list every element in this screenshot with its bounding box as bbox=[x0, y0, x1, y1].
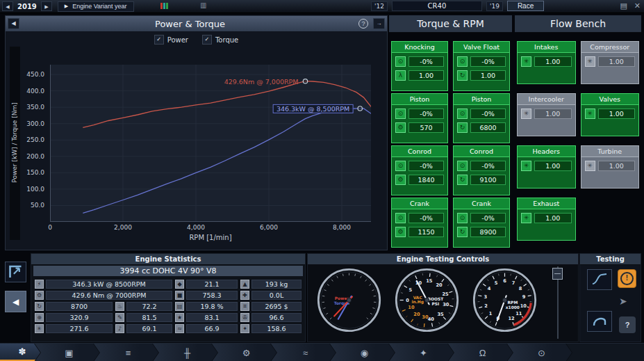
graph-button[interactable] bbox=[587, 269, 612, 290]
tab-exhaust[interactable]: Ω bbox=[448, 344, 513, 361]
card-row: ✳1.00 bbox=[521, 109, 572, 119]
forward-arrow-icon: → bbox=[377, 20, 382, 26]
card-value: 1.00 bbox=[534, 213, 572, 223]
power-peak-annotation: 346.3kW @ 8,500RPM bbox=[273, 104, 353, 113]
chart-title: Power & Torque bbox=[22, 19, 358, 29]
fan-icon: ✳ bbox=[585, 161, 595, 171]
torque-rpm-title: Torque & RPM bbox=[389, 15, 512, 33]
legend-torque: ✓ Torque bbox=[202, 35, 238, 45]
tab-dyno[interactable]: ⊙ bbox=[507, 344, 572, 361]
close-button[interactable]: ✕ bbox=[633, 1, 642, 11]
card-row: ✳1.00 bbox=[521, 213, 572, 223]
window-controls: ▤ ✕ bbox=[618, 1, 642, 11]
previous-graph-button[interactable]: ◀ bbox=[8, 18, 19, 29]
card-piston-2: Piston⊙-0%⚙570 bbox=[391, 93, 448, 143]
engine-variant-year-button[interactable]: ▶ Engine Variant year bbox=[58, 1, 134, 12]
tab-aspiration[interactable]: ◉ bbox=[330, 344, 395, 361]
card-title: Exhaust bbox=[518, 198, 575, 209]
card-row: ⊙-0% bbox=[457, 213, 506, 223]
next-step-button[interactable]: ➤ bbox=[619, 296, 627, 307]
tab-conrods[interactable]: ╫ bbox=[153, 344, 217, 361]
tab-head[interactable]: ⚙ bbox=[212, 344, 276, 361]
emissions-icon: ✳ bbox=[35, 324, 44, 333]
notes-button[interactable]: ▤ bbox=[618, 1, 628, 11]
stat-value: 96.6 bbox=[251, 313, 302, 322]
next-year-button[interactable]: ▶ bbox=[41, 1, 52, 11]
card-title: Intakes bbox=[518, 42, 575, 53]
card-title: Conrod bbox=[392, 146, 447, 157]
piston-icon: ▣ bbox=[65, 348, 73, 358]
stat-value: 2695 $ bbox=[251, 302, 302, 311]
tab-crankshaft[interactable]: ≡ bbox=[94, 344, 158, 361]
model-name-tab[interactable]: CR40 bbox=[392, 1, 482, 11]
power-checkbox[interactable]: ✓ bbox=[154, 35, 164, 45]
card-value: 1.00 bbox=[598, 161, 636, 171]
close-icon: ✕ bbox=[634, 1, 641, 10]
gauge-tick-label: 5 bbox=[495, 280, 498, 286]
next-graph-button[interactable]: → bbox=[373, 18, 385, 29]
arrow-right-icon: ➤ bbox=[619, 296, 627, 307]
card-row: ✳1.00 bbox=[521, 56, 572, 67]
smoothness-icon: ≈ bbox=[175, 324, 184, 333]
card-value: 570 bbox=[408, 122, 444, 133]
tab-valvetrain[interactable]: ≈ bbox=[271, 344, 336, 361]
chart-header: ◀ Power & Torque ? → bbox=[6, 16, 387, 31]
expand-view-button[interactable] bbox=[5, 262, 26, 282]
testing-controls-title: Engine Testing Controls bbox=[308, 254, 578, 265]
help-button[interactable]: ? bbox=[619, 316, 636, 333]
gauge-icon: ⊙ bbox=[457, 109, 468, 119]
card-crank-7: Crank⊙-0%↻8900 bbox=[453, 198, 510, 248]
dyno-run-button[interactable] bbox=[587, 311, 612, 332]
help-circle-button[interactable]: ? bbox=[358, 19, 368, 29]
gauge-label: RPM bbox=[508, 300, 518, 305]
card-value: 9100 bbox=[470, 175, 506, 185]
card-value: -0% bbox=[470, 109, 506, 119]
marker-red bbox=[160, 3, 163, 9]
card-valves: Valves✳1.00 bbox=[581, 93, 640, 136]
trim-tab-race[interactable]: Race bbox=[507, 1, 544, 11]
marker-teal bbox=[163, 3, 165, 9]
gauge-tick-label: 25 bbox=[442, 291, 449, 297]
tab-bottom-end[interactable]: ▣ bbox=[35, 344, 99, 361]
stat-value: 0.0L bbox=[251, 291, 302, 300]
tab-fuel-system[interactable]: ✦ bbox=[389, 344, 454, 361]
fuel-icon: ✦ bbox=[420, 348, 427, 358]
previous-year-button[interactable]: ◀ bbox=[2, 1, 13, 11]
gauge-label: VAC bbox=[413, 296, 422, 300]
gauge-icon: ⊙ bbox=[395, 213, 406, 223]
flow-bench-cards: Intakes✳1.00Compressor✳1.00Intercooler✳1… bbox=[515, 33, 641, 246]
torque-checkbox[interactable]: ✓ bbox=[202, 35, 212, 45]
power-torque-panel: ◀ Power & Torque ? → ✓ Power ✓ Torque Po… bbox=[5, 15, 388, 250]
dyno-icon: ⊙ bbox=[538, 348, 545, 358]
stat-loudness: ♪69.1 bbox=[115, 324, 172, 333]
card-value: 6800 bbox=[470, 122, 506, 133]
card-conrod-5: Conrod⊙-0%↻9100 bbox=[453, 145, 510, 195]
tab-engine-family[interactable]: ✽ bbox=[0, 344, 40, 361]
gauge-tick-label: 0 bbox=[406, 298, 409, 303]
stat-mtbf: ■758.3 bbox=[175, 291, 238, 300]
gauge-tick-label: 20 bbox=[413, 312, 420, 317]
slider-thumb[interactable] bbox=[552, 268, 563, 280]
toolbar-stub bbox=[566, 344, 644, 361]
back-button[interactable]: ◀ bbox=[5, 291, 26, 312]
alert-button[interactable]: ! bbox=[618, 269, 636, 288]
y-axis-ticks: 50.0100.0150.0200.0250.0300.0350.0400.04… bbox=[14, 65, 47, 222]
throttle-slider[interactable] bbox=[552, 266, 563, 339]
stat-weight: ▲193 kg bbox=[240, 280, 302, 289]
card-title: Compressor bbox=[581, 42, 639, 53]
question-icon: ? bbox=[361, 20, 365, 27]
gauge-icon: ⊙ bbox=[457, 56, 468, 67]
y-tick-label: 450.0 bbox=[26, 71, 44, 78]
fan-icon: ✳ bbox=[521, 56, 531, 67]
stat-value: 193 kg bbox=[251, 280, 302, 289]
gauge-label: BOOST bbox=[427, 297, 443, 301]
gauge-tick-label: 30 bbox=[443, 302, 449, 307]
card-value: 1.00 bbox=[408, 70, 444, 81]
x-axis-ticks: 02,0004,0006,0008,000 bbox=[50, 224, 371, 232]
card-title: Valves bbox=[581, 94, 639, 105]
card-value: 1.00 bbox=[598, 109, 636, 119]
units-icon: ✦ bbox=[240, 324, 249, 333]
valve-icon: ≈ bbox=[303, 348, 308, 358]
gauge-icon: ⊙ bbox=[457, 161, 468, 171]
card-value: -0% bbox=[408, 161, 444, 171]
